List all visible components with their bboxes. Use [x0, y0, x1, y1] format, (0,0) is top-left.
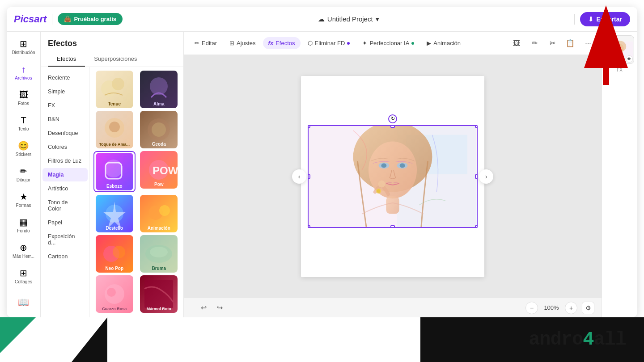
- toolbar-efectos[interactable]: fx Efectos: [263, 37, 301, 49]
- sidebar-item-stickers[interactable]: 😊 Stickers: [9, 137, 38, 161]
- logo-area: Picsart 👜 Pruébalo gratis: [14, 13, 123, 25]
- sidebar-item-fondo[interactable]: ▦ Fondo: [9, 214, 38, 237]
- cat-fx[interactable]: FX: [42, 99, 88, 112]
- effect-marmol[interactable]: Mármol Roto: [138, 275, 180, 313]
- cat-desenfoque[interactable]: Desenfoque: [42, 126, 88, 140]
- canvas-prev-btn[interactable]: ‹: [292, 169, 306, 184]
- toolbar-ajustes[interactable]: ⊞ Ajustes: [224, 37, 261, 49]
- sidebar-item-formas[interactable]: ★ Formas: [9, 188, 38, 212]
- perfeccionar-icon: ✦: [362, 40, 367, 46]
- cat-colores[interactable]: Colores: [42, 140, 88, 154]
- svg-rect-30: [386, 196, 399, 214]
- svg-point-33: [377, 189, 381, 193]
- effect-tenue[interactable]: Tenue: [93, 71, 136, 108]
- toolbar-copy-btn[interactable]: 📋: [562, 35, 578, 51]
- branding-4: 4: [583, 329, 593, 350]
- sidebar-item-libro[interactable]: 📖: [9, 290, 38, 314]
- cat-cartoon[interactable]: Cartoon: [42, 250, 88, 263]
- cat-filtros[interactable]: Filtros de Luz: [42, 154, 88, 168]
- canvas-next-btn[interactable]: ›: [479, 169, 493, 184]
- cat-papel[interactable]: Papel: [42, 216, 88, 229]
- zoom-level: 100%: [542, 304, 560, 311]
- effect-pow[interactable]: POW Pow: [138, 151, 180, 192]
- right-panel: 👁 FX: [602, 32, 637, 317]
- redo-button[interactable]: ↪: [212, 301, 227, 315]
- effect-animacion[interactable]: Animación: [138, 195, 180, 232]
- canvas-wrapper: ‹ ↻: [301, 76, 484, 277]
- download-icon: ⬇: [588, 16, 593, 23]
- right-panel-eye-icon[interactable]: 👁: [626, 55, 633, 63]
- sidebar-item-herramientas[interactable]: ⊕ Más Herr...: [9, 239, 38, 263]
- app-body: ⊞ Distribución ↑ Archivos 🖼 Fotos T Text…: [7, 32, 637, 317]
- effect-neopop[interactable]: Neo Pop: [93, 235, 136, 273]
- cloud-icon: ☁: [318, 15, 325, 23]
- canvas-image-container: ↻: [308, 125, 478, 228]
- eliminar-badge: [347, 42, 350, 45]
- toolbar-eliminar[interactable]: ⬡ Eliminar FD: [302, 37, 356, 49]
- sidebar-item-archivos[interactable]: ↑ Archivos: [9, 61, 38, 84]
- toolbar-animacion[interactable]: ▶ Animación: [421, 37, 466, 49]
- effects-grid-area: Tenue: [90, 67, 183, 317]
- project-title-area: ☁ Untitled Project ▾: [318, 15, 379, 23]
- history-btns: ↩ ↪: [196, 301, 227, 315]
- toolbar-crop-btn[interactable]: ✂: [544, 35, 560, 51]
- wallet-icon: 👜: [64, 16, 71, 22]
- effect-esbozo[interactable]: Esbozo: [93, 151, 136, 192]
- toolbar-image-btn[interactable]: 🖼: [508, 35, 525, 51]
- svg-point-13: [159, 205, 170, 216]
- sidebar-item-dibujar[interactable]: ✏ Dibujar: [9, 163, 38, 186]
- effect-geoda[interactable]: Geoda: [138, 111, 180, 148]
- chevron-down-icon[interactable]: ▾: [376, 15, 379, 23]
- cat-reciente[interactable]: Reciente: [42, 71, 88, 84]
- effect-bruma[interactable]: Bruma: [138, 235, 180, 273]
- sidebar-item-fotos[interactable]: 🖼 Fotos: [9, 86, 38, 110]
- effects-tabs: Efectos Superposiciones: [41, 52, 183, 67]
- cat-tono[interactable]: Tono de Color: [42, 196, 88, 215]
- branding-text-part1: andro: [529, 329, 583, 350]
- toolbar-editar[interactable]: ✏ Editar: [189, 37, 222, 49]
- svg-text:POW: POW: [153, 164, 178, 177]
- sidebar-item-texto[interactable]: T Texto: [9, 112, 38, 135]
- zoom-out-button[interactable]: −: [525, 302, 538, 314]
- cat-bn[interactable]: B&N: [42, 113, 88, 126]
- libro-icon: 📖: [18, 298, 29, 307]
- cat-simple[interactable]: Simple: [42, 85, 88, 98]
- cat-magia[interactable]: Magia: [42, 168, 88, 181]
- toolbar-more-btn[interactable]: ···: [580, 35, 596, 51]
- effects-content: Reciente Simple FX B&N Desenfoque Colore…: [41, 67, 183, 317]
- svg-point-28: [381, 163, 386, 168]
- ajustes-icon: ⊞: [229, 40, 234, 46]
- cat-exposicion[interactable]: Exposición d...: [42, 230, 88, 249]
- branding-bg: andro4all: [420, 317, 644, 362]
- topbar: Picsart 👜 Pruébalo gratis ☁ Untitled Pro…: [7, 7, 637, 32]
- try-button[interactable]: 👜 Pruébalo gratis: [58, 13, 123, 25]
- herramientas-icon: ⊕: [20, 243, 27, 252]
- effect-destello[interactable]: Destello: [93, 195, 136, 232]
- branding-area: andro4all: [0, 317, 644, 362]
- canvas-image[interactable]: [308, 125, 478, 228]
- zoom-settings-button[interactable]: ⚙: [582, 302, 594, 314]
- export-button[interactable]: ⬇ Exportar: [580, 12, 630, 26]
- formas-icon: ★: [20, 192, 28, 201]
- cat-artistico[interactable]: Artístico: [42, 182, 88, 195]
- toolbar: ✏ Editar ⊞ Ajustes fx Efectos ⬡ Eliminar…: [184, 32, 602, 55]
- sidebar-item-distribucion[interactable]: ⊞ Distribución: [9, 35, 38, 59]
- right-panel-fx-label: FX: [617, 67, 623, 72]
- tab-superposiciones[interactable]: Superposiciones: [85, 52, 146, 67]
- toolbar-pen-btn[interactable]: ✏: [526, 35, 542, 51]
- toolbar-perfeccionar[interactable]: ✦ Perfeccionar IA: [357, 37, 419, 49]
- effect-toque[interactable]: Toque de Ama...: [93, 111, 136, 148]
- eliminar-icon: ⬡: [308, 40, 313, 46]
- effect-cuarzo[interactable]: Cuarzo Rosa: [93, 275, 136, 313]
- zoom-out-icon: −: [530, 304, 534, 311]
- effects-categories: Reciente Simple FX B&N Desenfoque Colore…: [41, 67, 90, 317]
- tab-efectos[interactable]: Efectos: [48, 52, 85, 67]
- dibujar-icon: ✏: [20, 167, 27, 176]
- effect-alma[interactable]: Alma: [138, 71, 180, 108]
- app-container: Picsart 👜 Pruébalo gratis ☁ Untitled Pro…: [7, 7, 637, 317]
- svg-point-15: [113, 246, 125, 258]
- rotate-handle[interactable]: ↻: [388, 114, 397, 123]
- sidebar-item-collages[interactable]: ⊞ Collages: [9, 265, 38, 288]
- undo-button[interactable]: ↩: [196, 301, 211, 315]
- zoom-in-button[interactable]: +: [565, 302, 577, 314]
